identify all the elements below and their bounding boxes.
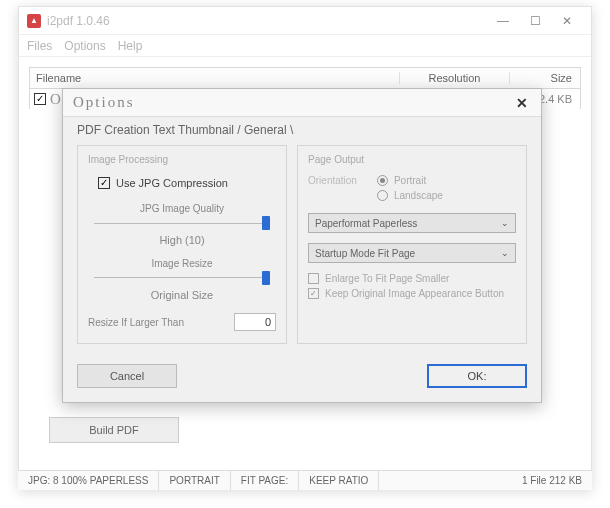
page-group-title: Page Output	[308, 154, 516, 165]
menubar: Files Options Help	[19, 35, 591, 57]
jpg-quality-value: High (10)	[88, 234, 276, 246]
portrait-radio[interactable]	[377, 175, 388, 186]
resize-if-label: Resize If Larger Than	[88, 317, 184, 328]
dialog-tabs[interactable]: PDF Creation Text Thumbnail / General \	[63, 117, 541, 139]
menu-options[interactable]: Options	[64, 39, 105, 53]
portrait-label: Portrait	[394, 175, 426, 186]
chevron-down-icon: ⌄	[501, 248, 509, 258]
image-resize-value: Original Size	[88, 289, 276, 301]
image-processing-group: Image Processing ✓ Use JPG Compression J…	[77, 145, 287, 344]
col-size[interactable]: Size	[510, 72, 580, 84]
status-files: 1 File 212 KB	[512, 475, 592, 486]
col-filename[interactable]: Filename	[30, 72, 400, 84]
keep-appearance-label: Keep Original Image Appearance Button	[325, 288, 504, 299]
status-keep: KEEP RATIO	[299, 471, 379, 490]
enlarge-checkbox[interactable]	[308, 273, 319, 284]
status-jpg: JPG: 8 100% PAPERLESS	[18, 471, 159, 490]
landscape-radio[interactable]	[377, 190, 388, 201]
landscape-label: Landscape	[394, 190, 443, 201]
app-title: i2pdf 1.0.46	[47, 14, 487, 28]
row-checkbox[interactable]: ✓	[34, 93, 46, 105]
resize-if-input[interactable]	[234, 313, 276, 331]
table-header: Filename Resolution Size	[29, 67, 581, 89]
enlarge-label: Enlarge To Fit Page Smaller	[325, 273, 449, 284]
build-pdf-button[interactable]: Build PDF	[49, 417, 179, 443]
keep-appearance-checkbox[interactable]: ✓	[308, 288, 319, 299]
minimize-button[interactable]: —	[487, 11, 519, 31]
ok-button[interactable]: OK:	[427, 364, 527, 388]
status-orient: PORTRAIT	[159, 471, 230, 490]
options-dialog: Options ✕ PDF Creation Text Thumbnail / …	[62, 88, 542, 403]
startup-mode-combo[interactable]: Startup Mode Fit Page ⌄	[308, 243, 516, 263]
status-fit: FIT PAGE:	[231, 471, 299, 490]
titlebar: ▲ i2pdf 1.0.46 — ☐ ✕	[19, 7, 591, 35]
statusbar: JPG: 8 100% PAPERLESS PORTRAIT FIT PAGE:…	[18, 470, 592, 490]
menu-help[interactable]: Help	[118, 39, 143, 53]
col-resolution[interactable]: Resolution	[400, 72, 510, 84]
image-group-title: Image Processing	[88, 154, 276, 165]
dialog-close-button[interactable]: ✕	[513, 94, 531, 112]
close-button[interactable]: ✕	[551, 11, 583, 31]
cancel-button[interactable]: Cancel	[77, 364, 177, 388]
use-jpg-label: Use JPG Compression	[116, 177, 228, 189]
image-resize-label: Image Resize	[88, 258, 276, 269]
chevron-down-icon: ⌄	[501, 218, 509, 228]
maximize-button[interactable]: ☐	[519, 11, 551, 31]
dialog-title: Options	[73, 94, 513, 111]
use-jpg-checkbox[interactable]: ✓	[98, 177, 110, 189]
jpg-quality-label: JPG Image Quality	[88, 203, 276, 214]
orientation-label: Orientation	[308, 173, 357, 186]
app-icon: ▲	[27, 14, 41, 28]
jpg-quality-slider[interactable]	[94, 218, 270, 228]
menu-files[interactable]: Files	[27, 39, 52, 53]
paperformat-combo[interactable]: Paperformat Paperless ⌄	[308, 213, 516, 233]
page-output-group: Page Output Orientation Portrait Landsca…	[297, 145, 527, 344]
image-resize-slider[interactable]	[94, 273, 270, 283]
